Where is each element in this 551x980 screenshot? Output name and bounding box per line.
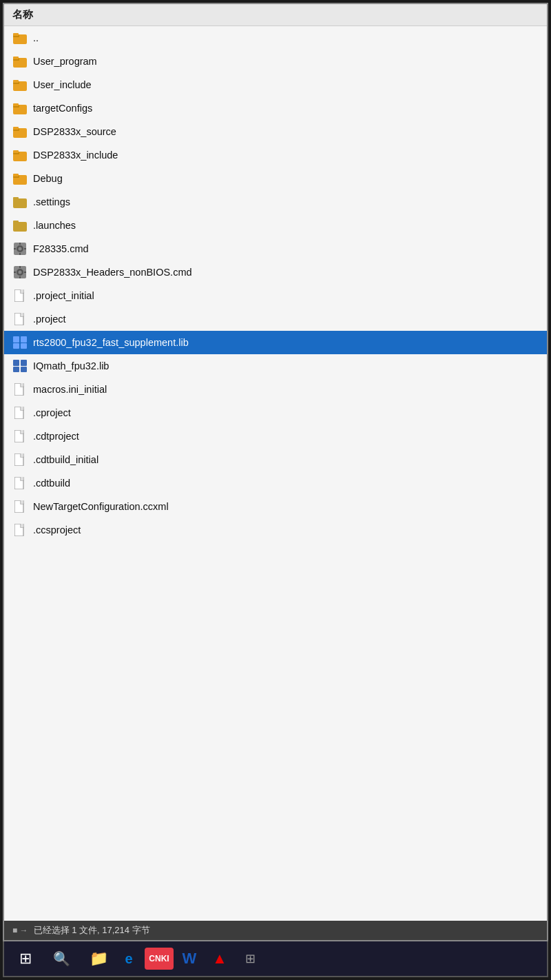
file-name-iqmath_lib: IQmath_fpu32.lib [33, 360, 109, 371]
svg-rect-48 [21, 360, 27, 366]
file-name-project_initial: .project_initial [33, 290, 94, 301]
file-name-user_include: User_include [33, 79, 92, 90]
svg-rect-43 [13, 336, 19, 343]
file-name-cdtbuild: .cdtbuild [33, 478, 70, 489]
svg-point-27 [19, 247, 22, 251]
file-icon-doc [12, 522, 28, 538]
file-item-dsp2833x_include[interactable]: DSP2833x_include [4, 143, 547, 167]
file-name-project: .project [33, 314, 66, 325]
file-item-cproject[interactable]: .cproject [4, 401, 547, 425]
svg-marker-40 [21, 289, 23, 293]
file-icon-doc [12, 499, 28, 514]
file-item-new_target_config[interactable]: NewTargetConfiguration.ccxml [4, 495, 547, 518]
file-item-launches[interactable]: .launches [4, 214, 547, 237]
taskbar-app-ti[interactable]: ▲ [205, 943, 234, 974]
file-item-user_include[interactable]: User_include [4, 73, 547, 96]
file-item-parent[interactable]: .. [4, 26, 547, 50]
file-icon-doc [12, 476, 28, 491]
file-icon-folder [12, 171, 28, 186]
file-name-macros_ini: macros.ini_initial [33, 384, 107, 395]
file-name-rts2800_lib: rts2800_fpu32_fast_supplement.lib [33, 337, 189, 348]
status-bar: ■ → 已经选择 1 文件, 17,214 字节 [4, 921, 547, 940]
file-item-debug[interactable]: Debug [4, 167, 547, 190]
taskbar-app-edge[interactable]: e [114, 943, 143, 974]
file-item-dsp2833x_source[interactable]: DSP2833x_source [4, 120, 547, 143]
file-item-rts2800_lib[interactable]: rts2800_fpu32_fast_supplement.lib [4, 331, 547, 354]
start-button[interactable]: ⊞ [10, 943, 41, 974]
file-item-user_program[interactable]: User_program [4, 50, 547, 73]
file-icon-folder [12, 147, 28, 163]
svg-marker-54 [21, 407, 23, 410]
svg-marker-42 [21, 313, 23, 316]
status-text: 已经选择 1 文件, 17,214 字节 [34, 924, 150, 937]
svg-rect-2 [13, 33, 19, 36]
file-name-dsp2833x_include: DSP2833x_include [33, 150, 118, 161]
svg-rect-21 [13, 198, 27, 208]
file-item-target_configs[interactable]: targetConfigs [4, 96, 547, 120]
file-name-cproject: .cproject [33, 407, 71, 418]
taskbar-app-cnki[interactable]: CNKI [145, 948, 174, 970]
file-item-macros_ini[interactable]: macros.ini_initial [4, 378, 547, 401]
svg-rect-22 [13, 197, 19, 200]
file-item-iqmath_lib[interactable]: IQmath_fpu32.lib [4, 354, 547, 378]
file-name-launches: .launches [33, 220, 76, 231]
file-icon-cmd [12, 241, 28, 256]
file-icon-lib [12, 358, 28, 374]
svg-rect-31 [24, 248, 26, 249]
svg-rect-28 [19, 243, 21, 245]
file-icon-folder [12, 124, 28, 139]
svg-rect-36 [19, 276, 21, 278]
file-icon-folder_small [12, 194, 28, 210]
file-item-project[interactable]: .project [4, 307, 547, 331]
file-icon-doc [12, 312, 28, 327]
file-item-project_initial[interactable]: .project_initial [4, 284, 547, 307]
svg-marker-60 [21, 477, 23, 480]
file-icon-folder [12, 77, 28, 92]
svg-rect-8 [13, 80, 19, 83]
svg-rect-11 [13, 103, 19, 106]
file-item-f28335_cmd[interactable]: F28335.cmd [4, 237, 547, 261]
file-item-settings[interactable]: .settings [4, 190, 547, 214]
svg-marker-64 [21, 524, 23, 527]
svg-marker-56 [21, 430, 23, 433]
file-item-cdtproject[interactable]: .cdtproject [4, 425, 547, 448]
svg-rect-14 [13, 127, 19, 130]
taskbar: ⊞ 🔍 📁 e CNKI W ▲ ⊞ [3, 941, 548, 977]
column-header: 名称 [4, 4, 547, 26]
svg-rect-45 [13, 343, 19, 349]
file-icon-folder_small [12, 218, 28, 233]
svg-rect-30 [14, 248, 16, 249]
file-icon-cmd [12, 265, 28, 280]
svg-rect-50 [21, 367, 27, 372]
taskbar-app-folder[interactable]: 📁 [84, 943, 113, 974]
file-icon-lib [12, 335, 28, 350]
file-name-target_configs: targetConfigs [33, 103, 92, 114]
svg-rect-49 [13, 367, 19, 372]
svg-rect-38 [24, 272, 26, 273]
file-icon-doc [12, 405, 28, 420]
file-name-user_program: User_program [33, 56, 97, 67]
file-icon-doc [12, 382, 28, 397]
file-name-cdtproject: .cdtproject [33, 431, 79, 442]
svg-marker-62 [21, 500, 23, 504]
file-name-cdtbuild_initial: .cdtbuild_initial [33, 454, 98, 465]
file-icon-folder [12, 30, 28, 45]
file-name-f28335_cmd: F28335.cmd [33, 243, 89, 254]
file-item-cdtbuild[interactable]: .cdtbuild [4, 471, 547, 495]
svg-marker-58 [21, 453, 23, 457]
file-name-dsp2833x_source: DSP2833x_source [33, 126, 116, 137]
file-icon-folder [12, 54, 28, 69]
svg-rect-23 [13, 222, 27, 232]
taskbar-app-multi[interactable]: ⊞ [236, 943, 264, 974]
svg-rect-44 [21, 336, 27, 343]
file-item-dsp2833x_headers_cmd[interactable]: DSP2833x_Headers_nonBIOS.cmd [4, 261, 547, 284]
file-item-ccsproject[interactable]: .ccsproject [4, 518, 547, 542]
file-name-debug: Debug [33, 173, 63, 184]
svg-rect-5 [13, 57, 19, 59]
svg-point-34 [19, 271, 22, 274]
file-icon-doc [12, 288, 28, 303]
file-icon-folder [12, 101, 28, 116]
file-item-cdtbuild_initial[interactable]: .cdtbuild_initial [4, 448, 547, 471]
taskbar-app-word[interactable]: W [175, 943, 204, 974]
search-button[interactable]: 🔍 [45, 943, 77, 974]
